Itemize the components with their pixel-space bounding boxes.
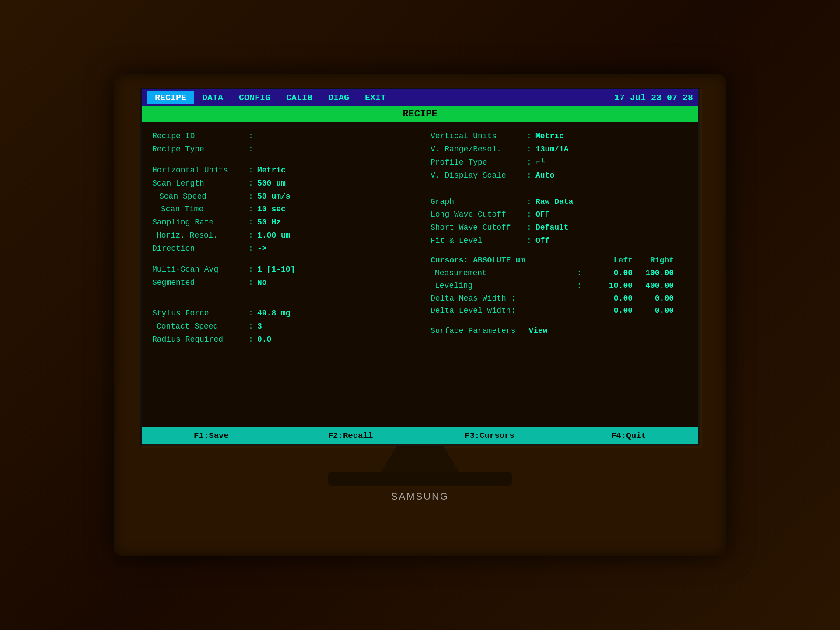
leveling-left[interactable]: 10.00 [597,280,636,292]
multi-scan-row: Multi-Scan Avg : 1 [1-10] [152,264,409,276]
v-range-value[interactable]: 13um/1A [536,144,569,156]
f2-recall[interactable]: F2:Recall [281,431,420,441]
f4-quit[interactable]: F4:Quit [559,431,698,441]
leveling-right[interactable]: 400.00 [636,280,676,292]
horiz-resol-colon: : [248,230,257,242]
v-display-row: V. Display Scale : Auto [430,170,688,182]
scan-speed-value[interactable]: 50 um/s [257,191,290,203]
direction-colon: : [248,243,257,255]
measurement-label: Measurement [430,267,562,280]
vert-units-value[interactable]: Metric [536,130,564,143]
menu-recipe[interactable]: RECIPE [147,91,194,104]
short-wave-value[interactable]: Default [536,222,569,234]
multi-scan-value[interactable]: 1 [1-10] [257,264,295,276]
stylus-force-value[interactable]: 49.8 mg [257,308,290,320]
stylus-force-row: Stylus Force : 49.8 mg [152,308,409,320]
v-display-label: V. Display Scale [430,170,527,182]
vert-units-label: Vertical Units [430,130,527,143]
radius-req-value[interactable]: 0.0 [257,334,271,346]
menubar: RECIPE DATA CONFIG CALIB DIAG EXIT 17 Ju… [142,89,698,106]
scan-time-colon: : [248,203,257,216]
segmented-colon: : [248,277,257,289]
horiz-units-label: Horizontal Units [152,164,248,177]
vert-units-colon: : [527,130,536,143]
horiz-units-colon: : [248,164,257,177]
graph-label: Graph [430,196,527,208]
long-wave-row: Long Wave Cutoff : OFF [430,209,688,221]
scan-time-value[interactable]: 10 sec [257,203,286,216]
segmented-value[interactable]: No [257,277,267,289]
horiz-units-row: Horizontal Units : Metric [152,164,409,177]
delta-level-right[interactable]: 0.00 [636,304,676,317]
graph-colon: : [527,196,536,208]
multi-scan-colon: : [248,264,257,276]
f3-cursors[interactable]: F3:Cursors [420,431,559,441]
fit-level-colon: : [527,235,536,247]
delta-level-empty [562,304,597,317]
brand-label: SAMSUNG [391,491,449,502]
delta-meas-right[interactable]: 0.00 [636,292,676,305]
menu-diag[interactable]: DIAG [320,91,357,104]
graph-row: Graph : Raw Data [430,196,688,208]
f1-save[interactable]: F1:Save [142,431,281,441]
delta-meas-label: Delta Meas Width : [430,292,562,305]
contact-speed-row: Contact Speed : 3 [152,321,409,333]
surface-params-row: Surface Parameters View [430,325,688,337]
leveling-label: Leveling [430,280,562,292]
menu-exit[interactable]: EXIT [357,91,394,104]
horiz-units-value[interactable]: Metric [257,164,286,177]
scan-length-label: Scan Length [152,178,248,190]
menu-config[interactable]: CONFIG [231,91,278,104]
scan-length-row: Scan Length : 500 um [152,178,409,190]
scan-time-label: Scan Time [152,203,248,216]
scan-speed-label: Scan Speed [152,191,248,203]
long-wave-label: Long Wave Cutoff [430,209,527,221]
v-display-colon: : [527,170,536,182]
footer-bar: F1:Save F2:Recall F3:Cursors F4:Quit [142,427,698,444]
contact-speed-label: Contact Speed [152,321,248,333]
sampling-rate-value[interactable]: 50 Hz [257,217,281,229]
profile-type-row: Profile Type : ⌐└ [430,157,688,169]
fit-level-row: Fit & Level : Off [430,235,688,247]
contact-speed-value[interactable]: 3 [257,321,262,333]
left-panel: Recipe ID : Recipe Type : Horizontal Uni… [142,122,420,427]
delta-level-label: Delta Level Width: [430,304,562,317]
profile-type-value[interactable]: ⌐└ [536,157,545,169]
monitor-stand-neck [381,446,459,472]
scan-length-value[interactable]: 500 um [257,178,286,190]
sampling-rate-label: Sampling Rate [152,217,248,229]
contact-speed-colon: : [248,321,257,333]
sampling-rate-colon: : [248,217,257,229]
delta-level-left[interactable]: 0.00 [597,304,636,317]
long-wave-value[interactable]: OFF [536,209,550,221]
direction-value[interactable]: -> [257,243,267,255]
recipe-type-row: Recipe Type : [152,144,409,156]
v-display-value[interactable]: Auto [536,170,554,182]
recipe-id-row: Recipe ID : [152,130,409,143]
radius-req-label: Radius Required [152,334,248,346]
direction-label: Direction [152,243,248,255]
menu-data[interactable]: DATA [194,91,231,104]
recipe-type-colon: : [248,144,257,156]
monitor: RECIPE DATA CONFIG CALIB DIAG EXIT 17 Ju… [114,74,726,556]
delta-meas-left[interactable]: 0.00 [597,292,636,305]
recipe-id-label: Recipe ID [152,130,248,143]
profile-type-label: Profile Type [430,157,527,169]
graph-value[interactable]: Raw Data [536,196,573,208]
measurement-left[interactable]: 0.00 [597,267,636,280]
surface-params-view[interactable]: View [528,325,547,337]
scan-time-row: Scan Time : 10 sec [152,203,409,216]
radius-req-colon: : [248,334,257,346]
menu-calib[interactable]: CALIB [278,91,320,104]
radius-req-row: Radius Required : 0.0 [152,334,409,346]
measurement-right[interactable]: 100.00 [636,267,676,280]
datetime-display: 17 Jul 23 07 28 [614,93,693,103]
horiz-resol-value[interactable]: 1.00 um [257,230,290,242]
page-title: RECIPE [142,106,698,122]
cursors-label: Cursors: ABSOLUTE um [430,254,562,267]
cursors-right-header: Right [636,254,676,267]
fit-level-value[interactable]: Off [536,235,550,247]
long-wave-colon: : [527,209,536,221]
short-wave-colon: : [527,222,536,234]
scan-speed-row: Scan Speed : 50 um/s [152,191,409,203]
